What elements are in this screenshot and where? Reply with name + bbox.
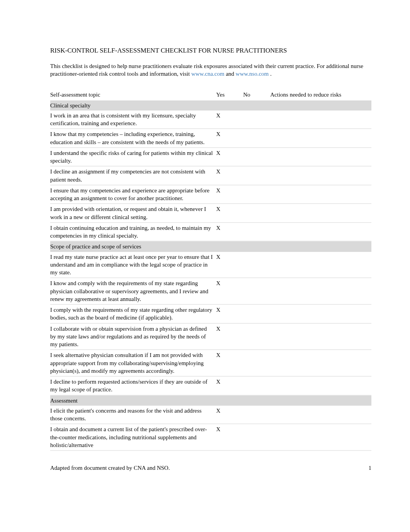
item-no: [243, 323, 270, 350]
table-row: I decline to perform requested actions/s…: [50, 376, 371, 395]
item-topic: I work in an area that is consistent wit…: [50, 110, 216, 129]
item-topic: I ensure that my competencies and experi…: [50, 185, 216, 204]
item-no: [243, 376, 270, 395]
section-header-row: Assessment: [50, 395, 371, 406]
item-no: [243, 110, 270, 129]
item-no: [243, 166, 270, 185]
item-yes: X: [216, 252, 243, 278]
item-topic: I decline an assignment if my competenci…: [50, 166, 216, 185]
item-no: [243, 424, 270, 450]
item-no: [243, 350, 270, 376]
item-actions: [270, 129, 371, 148]
item-actions: [270, 376, 371, 395]
item-no: [243, 406, 270, 424]
item-yes: X: [216, 376, 243, 395]
item-no: [243, 148, 270, 167]
item-no: [243, 185, 270, 204]
item-actions: [270, 185, 371, 204]
item-topic: I read my state nurse practice act at le…: [50, 252, 216, 278]
header-yes: Yes: [216, 89, 243, 100]
item-actions: [270, 350, 371, 376]
item-no: [243, 252, 270, 278]
item-yes: X: [216, 424, 243, 450]
item-actions: [270, 252, 371, 278]
link-cna[interactable]: www.cna.com: [191, 71, 224, 77]
section-header-row: Scope of practice and scope of services: [50, 241, 371, 252]
item-no: [243, 223, 270, 241]
section-label: Clinical specialty: [50, 100, 371, 110]
item-yes: X: [216, 148, 243, 167]
footer-credit: Adapted from document created by CNA and…: [50, 464, 170, 472]
item-actions: [270, 406, 371, 424]
table-row: I collaborate with or obtain supervision…: [50, 323, 371, 350]
item-no: [243, 204, 270, 223]
item-actions: [270, 304, 371, 323]
item-yes: X: [216, 204, 243, 223]
table-row: I decline an assignment if my competenci…: [50, 166, 371, 185]
item-yes: X: [216, 323, 243, 350]
item-yes: X: [216, 304, 243, 323]
page-number: 1: [369, 464, 372, 472]
item-yes: X: [216, 110, 243, 129]
item-yes: X: [216, 223, 243, 241]
item-topic: I obtain and document a current list of …: [50, 424, 216, 450]
item-topic: I comply with the requirements of my sta…: [50, 304, 216, 323]
table-row: I obtain and document a current list of …: [50, 424, 371, 450]
item-topic: I decline to perform requested actions/s…: [50, 376, 216, 395]
section-label: Scope of practice and scope of services: [50, 241, 371, 252]
item-topic: I elicit the patient's concerns and reas…: [50, 406, 216, 424]
table-row: I know and comply with the requirements …: [50, 278, 371, 304]
table-row: I seek alternative physician consultatio…: [50, 350, 371, 376]
table-row: I comply with the requirements of my sta…: [50, 304, 371, 323]
item-actions: [270, 148, 371, 167]
intro-text-2: and: [226, 71, 235, 77]
item-topic: I obtain continuing education and traini…: [50, 223, 216, 241]
item-topic: I know and comply with the requirements …: [50, 278, 216, 304]
item-actions: [270, 424, 371, 450]
table-row: I know that my competencies – including …: [50, 129, 371, 148]
table-row: I work in an area that is consistent wit…: [50, 110, 371, 129]
table-row: I read my state nurse practice act at le…: [50, 252, 371, 278]
item-no: [243, 278, 270, 304]
section-header-row: Clinical specialty: [50, 100, 371, 110]
intro-text-3: .: [270, 71, 272, 77]
intro-paragraph: This checklist is designed to help nurse…: [50, 62, 371, 78]
table-row: I am provided with orientation, or reque…: [50, 204, 371, 223]
page-title: RISK-CONTROL SELF-ASSESSMENT CHECKLIST F…: [50, 46, 371, 55]
header-actions: Actions needed to reduce risks: [270, 89, 371, 100]
item-topic: I understand the specific risks of carin…: [50, 148, 216, 167]
item-yes: X: [216, 185, 243, 204]
item-topic: I seek alternative physician consultatio…: [50, 350, 216, 376]
item-actions: [270, 278, 371, 304]
page-footer: Adapted from document created by CNA and…: [50, 464, 371, 472]
item-yes: X: [216, 350, 243, 376]
checklist-table: Self-assessment topic Yes No Actions nee…: [50, 89, 371, 451]
item-no: [243, 129, 270, 148]
item-yes: X: [216, 406, 243, 424]
item-actions: [270, 110, 371, 129]
item-no: [243, 304, 270, 323]
item-actions: [270, 166, 371, 185]
header-no: No: [243, 89, 270, 100]
table-row: I understand the specific risks of carin…: [50, 148, 371, 167]
item-topic: I know that my competencies – including …: [50, 129, 216, 148]
table-row: I ensure that my competencies and experi…: [50, 185, 371, 204]
item-topic: I am provided with orientation, or reque…: [50, 204, 216, 223]
item-actions: [270, 323, 371, 350]
table-row: I elicit the patient's concerns and reas…: [50, 406, 371, 424]
item-actions: [270, 204, 371, 223]
item-yes: X: [216, 278, 243, 304]
link-nso[interactable]: www.nso.com: [235, 71, 269, 77]
item-topic: I collaborate with or obtain supervision…: [50, 323, 216, 350]
table-header-row: Self-assessment topic Yes No Actions nee…: [50, 89, 371, 100]
header-topic: Self-assessment topic: [50, 89, 216, 100]
item-yes: X: [216, 166, 243, 185]
item-actions: [270, 223, 371, 241]
item-yes: X: [216, 129, 243, 148]
table-row: I obtain continuing education and traini…: [50, 223, 371, 241]
section-label: Assessment: [50, 395, 371, 406]
